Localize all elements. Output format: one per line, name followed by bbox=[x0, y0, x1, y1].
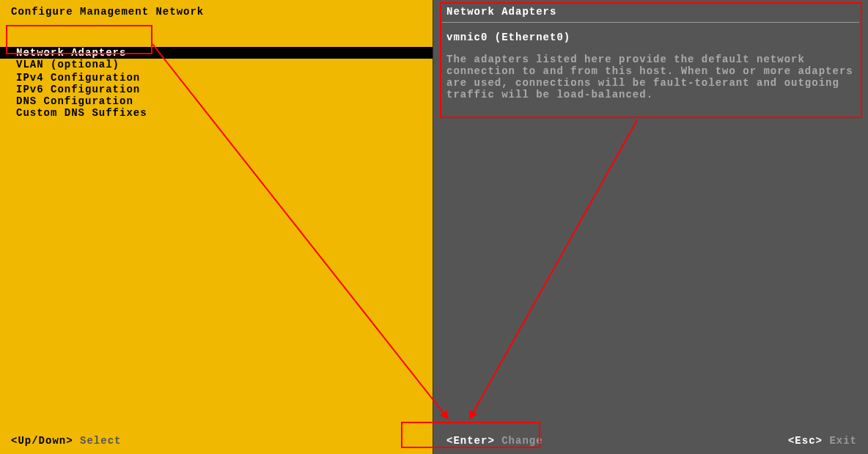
menu-item-ipv6[interactable]: IPv6 Configuration bbox=[0, 84, 433, 95]
right-panel-description: The adapters listed here provide the def… bbox=[433, 43, 868, 100]
footer-hint-enter[interactable]: <Enter> Change bbox=[446, 435, 543, 447]
footer-action-select: Select bbox=[80, 435, 121, 447]
footer-action-exit: Exit bbox=[829, 435, 857, 447]
menu-item-network-adapters[interactable]: Network Adapters bbox=[0, 47, 433, 59]
menu-list: Network Adapters VLAN (optional) IPv4 Co… bbox=[0, 47, 433, 119]
footer-hint-updown: <Up/Down> Select bbox=[11, 435, 121, 447]
footer-hint-esc[interactable]: <Esc> Exit bbox=[788, 435, 857, 447]
footer-key-updown: <Up/Down> bbox=[11, 435, 73, 447]
left-panel-title: Configure Management Network bbox=[0, 0, 433, 18]
left-panel: Configure Management Network Network Ada… bbox=[0, 0, 433, 454]
footer-key-esc: <Esc> bbox=[788, 435, 823, 447]
footer-action-change: Change bbox=[501, 435, 542, 447]
right-panel-subtitle: vmnic0 (Ethernet0) bbox=[433, 23, 868, 43]
menu-item-ipv4[interactable]: IPv4 Configuration bbox=[0, 72, 433, 84]
configure-network-screen: Configure Management Network Network Ada… bbox=[0, 0, 868, 454]
right-panel: Network Adapters vmnic0 (Ethernet0) The … bbox=[433, 0, 868, 454]
footer-key-enter: <Enter> bbox=[446, 435, 495, 447]
menu-item-vlan[interactable]: VLAN (optional) bbox=[0, 59, 433, 70]
menu-item-dns-suffixes[interactable]: Custom DNS Suffixes bbox=[0, 107, 433, 119]
right-panel-title: Network Adapters bbox=[433, 0, 868, 18]
menu-item-dns[interactable]: DNS Configuration bbox=[0, 95, 433, 107]
